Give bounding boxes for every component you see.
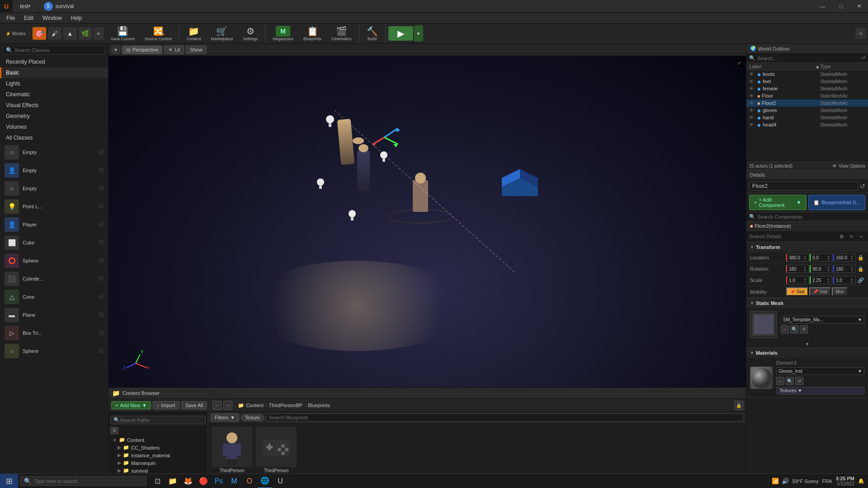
taskbar-task-view[interactable]: ⊡ xyxy=(150,474,165,488)
outliner-row-floor[interactable]: 👁 ■ Floor StaticMeshAc xyxy=(746,92,868,99)
taskbar-photoshop[interactable]: Ps xyxy=(212,474,226,488)
details-list-icon[interactable]: ≡ xyxy=(847,232,855,240)
outliner-view-options[interactable]: 👁 View Options xyxy=(832,164,865,169)
breadcrumb-thirdperson[interactable]: ThirdPersonBP xyxy=(269,403,303,408)
cinematics-button[interactable]: 🎬 Cinematics xyxy=(327,25,356,42)
category-volumes[interactable]: Volumes xyxy=(0,122,108,132)
rotation-x-input[interactable]: 180 ▲▼ xyxy=(786,265,809,273)
info-icon-8[interactable]: ⓘ xyxy=(99,276,104,282)
location-y-input[interactable]: 0.0 ▲▼ xyxy=(810,253,832,262)
details-name-input[interactable] xyxy=(749,182,858,191)
material-browse-button[interactable]: ← xyxy=(776,377,784,385)
maximize-button[interactable]: □ xyxy=(832,0,850,13)
details-reset-icon[interactable]: ↺ xyxy=(860,183,865,190)
list-item[interactable]: ⬜ Cube ⓘ xyxy=(0,234,108,252)
start-button[interactable]: ⊞ xyxy=(0,474,18,488)
taskbar-app1[interactable]: O xyxy=(242,474,257,488)
search-paths-input[interactable] xyxy=(120,418,203,423)
materials-header[interactable]: Materials xyxy=(746,348,868,358)
taskbar-maya[interactable]: M xyxy=(227,474,241,488)
add-new-button[interactable]: + Add New ▼ xyxy=(111,401,151,409)
minimize-button[interactable]: — xyxy=(814,0,832,13)
add-component-button[interactable]: + + Add Component ▼ xyxy=(749,195,807,210)
outliner-row-feet[interactable]: 👁 ◆ feet SkeletalMesh xyxy=(746,78,868,85)
category-geometry[interactable]: Geometry xyxy=(0,111,108,122)
save-current-button[interactable]: 💾 Save Current xyxy=(106,25,139,42)
details-search-input[interactable] xyxy=(749,234,837,239)
tree-item-instance-material[interactable]: ▶ 📁 instance_material xyxy=(108,451,208,459)
breadcrumb-blueprints[interactable]: Blueprints xyxy=(308,403,330,408)
info-icon-12[interactable]: ⓘ xyxy=(99,348,104,354)
info-icon-10[interactable]: ⓘ xyxy=(99,312,104,318)
blueprints-toolbar-button[interactable]: 📋 Blueprints xyxy=(299,25,326,42)
list-item[interactable]: ○ Empty ⓘ xyxy=(0,179,108,197)
info-icon-6[interactable]: ⓘ xyxy=(99,239,104,246)
viewport[interactable]: X Y Z ⤢ xyxy=(108,56,746,387)
menu-help[interactable]: Help xyxy=(66,14,87,22)
mesh-clear-button[interactable]: ↺ xyxy=(800,325,808,333)
outliner-search-submit[interactable]: ⏎ xyxy=(861,55,865,61)
mobility-static-active-button[interactable]: 📌 Stat xyxy=(786,287,808,296)
info-icon-7[interactable]: ⓘ xyxy=(99,258,104,264)
menu-file[interactable]: File xyxy=(2,14,19,22)
content-button[interactable]: 📁 Content xyxy=(182,25,206,42)
nav-forward-button[interactable]: → xyxy=(223,401,232,410)
info-icon-1[interactable]: ⓘ xyxy=(99,149,104,155)
info-icon-2[interactable]: ⓘ xyxy=(99,167,104,174)
taskbar-search-input[interactable] xyxy=(34,479,142,484)
viewport-menu-btn[interactable]: ▼ xyxy=(111,45,120,54)
outliner-row-floor2[interactable]: 👁 ■ Floor2 StaticMeshAc xyxy=(746,99,868,107)
tree-item-mannequin[interactable]: ▶ 📁 Mannequin xyxy=(108,459,208,467)
tree-filter-btn[interactable]: ☰ xyxy=(110,427,118,434)
category-visual-effects[interactable]: Visual Effects xyxy=(0,100,108,111)
list-item[interactable]: △ Cone ⓘ xyxy=(0,288,108,306)
play-button[interactable]: ▶ xyxy=(388,26,413,41)
outliner-row-gloves[interactable]: 👁 ◆ gloves SkeletalMesh xyxy=(746,107,868,114)
texture-filter-tag[interactable]: Texture xyxy=(241,414,264,421)
mesh-search-button[interactable]: 🔍 xyxy=(790,325,798,333)
menu-edit[interactable]: Edit xyxy=(19,14,38,22)
play-dropdown[interactable]: ▼ xyxy=(414,25,423,42)
static-mesh-collapse-arrow[interactable]: ▼ xyxy=(746,341,868,347)
material-search-button[interactable]: 🔍 xyxy=(786,377,794,385)
filters-button[interactable]: Filters ▼ xyxy=(211,413,239,422)
rotation-z-input[interactable]: 180 ▲▼ xyxy=(833,265,856,273)
taskbar-firefox[interactable]: 🦊 xyxy=(181,474,195,488)
mode-foliage-btn[interactable]: 🌿 xyxy=(79,27,92,40)
volume-icon[interactable]: 🔊 xyxy=(782,478,789,484)
info-icon-9[interactable]: ⓘ xyxy=(99,294,104,300)
taskbar-firefox2[interactable]: 🔴 xyxy=(196,474,211,488)
scale-z-input[interactable]: 1.0 ▲▼ xyxy=(833,276,856,284)
asset-thirdpersongamemode[interactable]: ThirdPerson GameMode xyxy=(256,427,297,478)
location-lock-icon[interactable]: 🔒 xyxy=(858,255,864,261)
details-grid-icon[interactable]: ⊞ xyxy=(837,232,845,240)
notifications-icon[interactable]: 🔔 xyxy=(858,478,864,484)
scale-x-input[interactable]: 1.0 ▲▼ xyxy=(786,276,809,284)
info-icon-11[interactable]: ⓘ xyxy=(99,330,104,336)
menu-window[interactable]: Window xyxy=(38,14,66,22)
outliner-row-head4[interactable]: 👁 ◆ head4 SkeletalMesh xyxy=(746,121,868,128)
category-lights[interactable]: Lights xyxy=(0,78,108,89)
language-label[interactable]: FRA xyxy=(822,479,832,484)
show-button[interactable]: Show xyxy=(186,46,207,54)
outliner-row-boots[interactable]: 👁 ◆ boots SkeletalMesh xyxy=(746,70,868,78)
list-item[interactable]: 👤 Empty ⓘ xyxy=(0,161,108,179)
mode-paint-btn[interactable]: 🖌 xyxy=(48,27,61,40)
mode-more-btn[interactable]: » xyxy=(94,27,103,40)
list-item[interactable]: 💡 Point L... ⓘ xyxy=(0,197,108,216)
lit-button[interactable]: ☀ Lit xyxy=(164,46,184,54)
list-item[interactable]: ⬛ Cylinde... ⓘ xyxy=(0,270,108,288)
toolbar-more-button[interactable]: » xyxy=(855,28,866,39)
build-button[interactable]: 🔨 Build xyxy=(362,25,382,42)
megascans-button[interactable]: M Megascans xyxy=(268,25,298,42)
tree-item-content[interactable]: ▼ 📁 Content xyxy=(108,436,208,444)
category-all-classes[interactable]: All Classes xyxy=(0,132,108,143)
marketplace-button[interactable]: 🛒 Marketplace xyxy=(206,25,237,42)
mobility-stat-button[interactable]: 📌 Stat xyxy=(809,287,831,296)
list-item[interactable]: ○ Sphere ⓘ xyxy=(0,342,108,360)
location-z-input[interactable]: 160.0 ▲▼ xyxy=(833,253,856,262)
list-item[interactable]: ▬ Plane ⓘ xyxy=(0,306,108,324)
active-tab[interactable]: test• xyxy=(13,1,38,11)
search-blueprints-input[interactable] xyxy=(266,413,743,422)
list-item[interactable]: ⭕ Sphere ⓘ xyxy=(0,252,108,270)
